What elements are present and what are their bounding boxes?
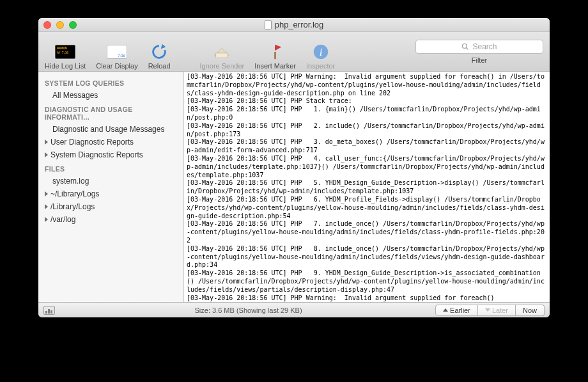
disclosure-triangle-icon[interactable] — [45, 191, 48, 196]
clear-display-icon — [107, 45, 127, 59]
sidebar-item-library-logs-home[interactable]: ~/Library/Logs — [38, 187, 183, 200]
minimize-button[interactable] — [56, 21, 64, 29]
log-line: [03-May-2016 20:18:56 UTC] PHP Warning: … — [187, 73, 545, 97]
disclosure-triangle-icon[interactable] — [45, 139, 48, 145]
log-line: [03-May-2016 20:18:56 UTC] PHP Warning: … — [187, 294, 495, 301]
log-line: [03-May-2016 20:18:56 UTC] PHP 6. YHDM_P… — [187, 196, 545, 219]
close-button[interactable] — [43, 21, 51, 29]
reload-label: Reload — [148, 62, 171, 70]
toolbar: Hide Log List Clear Display Reload Ignor… — [38, 32, 550, 72]
hide-log-list-button[interactable]: Hide Log List — [45, 34, 86, 70]
sidebar-item-system-log[interactable]: system.log — [38, 175, 183, 187]
log-line: [03-May-2016 20:18:56 UTC] PHP 3. do_met… — [187, 138, 545, 154]
insert-marker-button[interactable]: Insert Marker — [254, 34, 296, 70]
reload-button[interactable]: Reload — [148, 34, 171, 70]
insert-marker-icon — [265, 42, 286, 62]
inspector-button[interactable]: i Inspector — [306, 34, 335, 70]
log-line: [03-May-2016 20:18:56 UTC] PHP 7. includ… — [187, 220, 545, 244]
now-button[interactable]: Now — [516, 305, 545, 316]
filter-label: Filter — [472, 56, 487, 64]
svg-point-4 — [463, 44, 467, 48]
insert-marker-label: Insert Marker — [254, 62, 296, 70]
svg-rect-1 — [274, 52, 276, 59]
ignore-sender-icon — [212, 42, 232, 62]
sidebar-item-diag-usage[interactable]: Diagnostic and Usage Messages — [38, 123, 183, 136]
clear-display-label: Clear Display — [96, 62, 137, 70]
ignore-sender-button[interactable]: Ignore Sender — [200, 34, 245, 70]
sidebar-item-var-log[interactable]: /var/log — [38, 213, 183, 226]
titlebar[interactable]: php_error.log — [38, 18, 550, 32]
log-line: [03-May-2016 20:18:56 UTC] PHP 9. YHDM_D… — [187, 269, 545, 293]
svg-rect-0 — [216, 52, 228, 58]
status-bar: Size: 3.6 MB (Showing last 29 KB) Earlie… — [38, 302, 550, 317]
console-window: php_error.log Hide Log List Clear Displa… — [38, 18, 550, 317]
log-line: [03-May-2016 20:18:56 UTC] PHP 1. {main}… — [187, 106, 541, 121]
triangle-down-icon — [485, 308, 490, 312]
ignore-sender-label: Ignore Sender — [200, 62, 245, 70]
disclosure-triangle-icon[interactable] — [45, 204, 48, 209]
log-line: [03-May-2016 20:18:56 UTC] PHP Stack tra… — [187, 97, 352, 104]
navigation-segment: Earlier Later Now — [435, 305, 545, 316]
inspector-icon: i — [311, 42, 331, 62]
traffic-lights — [43, 21, 77, 29]
triangle-up-icon — [443, 308, 448, 312]
status-text: Size: 3.6 MB (Showing last 29 KB) — [61, 306, 435, 314]
window-title: php_error.log — [38, 20, 550, 29]
log-line: [03-May-2016 20:18:56 UTC] PHP 5. YHDM_D… — [187, 179, 545, 195]
activity-icon[interactable] — [43, 306, 55, 315]
sidebar: SYSTEM LOG QUERIES All Messages DIAGNOST… — [38, 72, 184, 302]
svg-line-5 — [467, 47, 468, 49]
hide-log-list-label: Hide Log List — [45, 62, 86, 70]
sidebar-item-system-diag[interactable]: System Diagnostic Reports — [38, 148, 183, 161]
earlier-button[interactable]: Earlier — [435, 305, 478, 316]
log-line: [03-May-2016 20:18:56 UTC] PHP 2. includ… — [187, 122, 545, 138]
sidebar-item-library-logs[interactable]: /Library/Logs — [38, 200, 183, 213]
log-line: [03-May-2016 20:18:56 UTC] PHP 8. includ… — [187, 245, 545, 269]
maximize-button[interactable] — [69, 21, 77, 29]
sidebar-section-system: SYSTEM LOG QUERIES — [38, 76, 183, 89]
disclosure-triangle-icon[interactable] — [45, 217, 48, 222]
sidebar-item-all-messages[interactable]: All Messages — [38, 89, 183, 102]
later-button[interactable]: Later — [478, 305, 516, 316]
log-line: [03-May-2016 20:18:56 UTC] PHP 4. call_u… — [187, 155, 545, 179]
sidebar-section-diagnostic: DIAGNOSTIC AND USAGE INFORMATI... — [38, 102, 183, 123]
window-title-text: php_error.log — [275, 20, 324, 29]
inspector-label: Inspector — [306, 62, 335, 70]
disclosure-triangle-icon[interactable] — [45, 152, 48, 157]
sidebar-section-files: FILES — [38, 161, 183, 175]
body-area: SYSTEM LOG QUERIES All Messages DIAGNOST… — [38, 72, 550, 302]
svg-text:i: i — [319, 45, 322, 58]
sidebar-item-user-diag[interactable]: User Diagnostic Reports — [38, 136, 183, 148]
search-wrap: Search Filter — [415, 40, 543, 64]
log-content[interactable]: [03-May-2016 20:18:56 UTC] PHP Warning: … — [184, 72, 550, 302]
search-input[interactable]: Search — [415, 40, 543, 54]
reload-icon — [149, 42, 169, 62]
hide-log-list-icon — [55, 45, 75, 59]
clear-display-button[interactable]: Clear Display — [96, 34, 137, 70]
search-placeholder: Search — [472, 42, 497, 51]
document-icon — [265, 20, 272, 29]
search-icon — [461, 43, 469, 51]
